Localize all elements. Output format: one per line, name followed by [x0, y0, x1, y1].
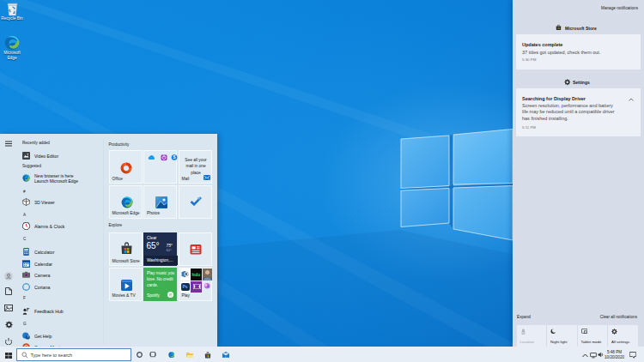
svg-text:S: S	[173, 155, 176, 160]
